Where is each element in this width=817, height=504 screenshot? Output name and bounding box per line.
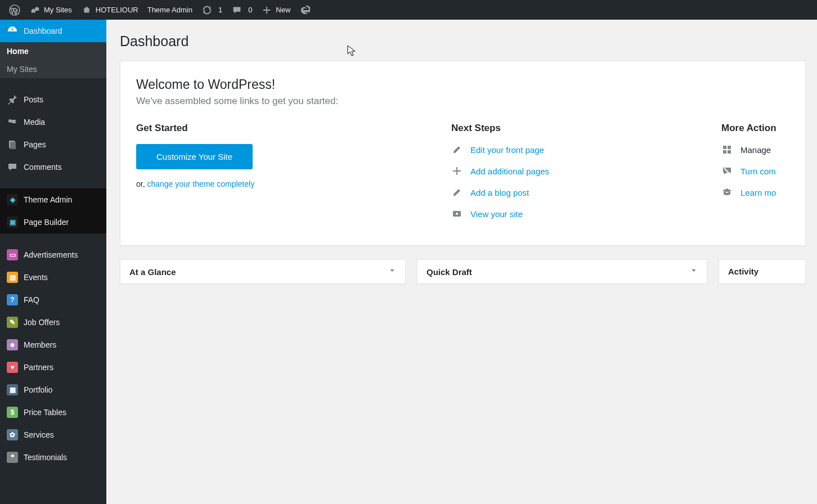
activity-header[interactable]: Activity	[719, 260, 805, 283]
sidebar-item-partners[interactable]: ♥Partners	[0, 356, 106, 379]
sidebar-item-media[interactable]: Media	[0, 111, 106, 133]
sidebar-item-label: Job Offers	[24, 318, 60, 327]
get-started-title: Get Started	[136, 123, 429, 134]
customize-site-button[interactable]: Customize Your Site	[136, 144, 253, 169]
wordpress-icon	[9, 4, 20, 16]
change-theme-line: or, change your theme completely	[136, 179, 429, 188]
sidebar-subitem-home[interactable]: Home	[0, 42, 106, 60]
quick-draft-header[interactable]: Quick Draft	[418, 260, 707, 284]
chevron-down-icon	[388, 267, 396, 277]
sidebar-item-label: Pages	[24, 140, 46, 149]
sidebar-separator	[0, 233, 106, 244]
sidebar-submenu-dashboard: Home My Sites	[0, 42, 106, 78]
more-actions-column: More Action Manage Turn com Learn mo	[721, 123, 789, 230]
sidebar-item-testimonials[interactable]: ❝Testimonials	[0, 446, 106, 469]
theme-admin-link[interactable]: Theme Admin	[143, 0, 197, 20]
comments-icon	[7, 161, 18, 173]
sidebar-item-label: Testimonials	[24, 453, 67, 462]
svg-rect-9	[728, 150, 731, 154]
sidebar-item-comments[interactable]: Comments	[0, 156, 106, 178]
sidebar-item-label: Comments	[24, 163, 62, 172]
sidebar-item-label: Partners	[24, 363, 53, 372]
sidebar-item-portfolio[interactable]: ▦Portfolio	[0, 379, 106, 401]
sidebar-item-label: Advertisements	[24, 250, 78, 259]
my-sites-label: My Sites	[44, 6, 72, 14]
my-sites-link[interactable]: My Sites	[25, 0, 77, 20]
sidebar-item-posts[interactable]: Posts	[0, 88, 106, 111]
svg-rect-7	[728, 146, 731, 149]
sidebar-item-advertisements[interactable]: ▭Advertisements	[0, 244, 106, 266]
sidebar-separator	[0, 178, 106, 188]
my-sites-icon	[29, 4, 41, 16]
dashboard-icon	[7, 25, 18, 37]
view-site-link[interactable]: View your site	[470, 209, 523, 219]
sidebar-item-price-tables[interactable]: $Price Tables	[0, 401, 106, 424]
sidebar-item-theme-admin[interactable]: ◆Theme Admin	[0, 188, 106, 211]
welcome-panel: Welcome to WordPress! We've assembled so…	[120, 61, 806, 246]
events-icon: ▤	[7, 272, 18, 283]
add-blog-post-link[interactable]: Add a blog post	[470, 188, 529, 197]
pages-icon	[7, 139, 18, 150]
svg-rect-3	[10, 142, 16, 149]
plus-icon	[261, 4, 272, 16]
edit-front-page-link[interactable]: Edit your front page	[470, 145, 544, 155]
dashboard-widgets-row: At a Glance Quick Draft Activity	[120, 259, 806, 284]
content-area: Dashboard Welcome to WordPress! We've as…	[106, 20, 817, 504]
update-icon	[201, 4, 213, 16]
edge-link[interactable]	[295, 0, 315, 20]
theme-admin-icon: ◆	[7, 194, 18, 205]
add-pages-link[interactable]: Add additional pages	[470, 166, 549, 176]
comments-link[interactable]: 0	[227, 0, 257, 20]
new-content-link[interactable]: New	[257, 0, 295, 20]
learn-more-link[interactable]: Learn mo	[740, 188, 776, 197]
faq-icon: ?	[7, 294, 18, 305]
theme-admin-label: Theme Admin	[147, 6, 192, 14]
sidebar-item-dashboard[interactable]: Dashboard	[0, 20, 106, 42]
sidebar-item-label: Posts	[24, 95, 43, 104]
sidebar-item-events[interactable]: ▤Events	[0, 266, 106, 289]
svg-rect-6	[723, 146, 726, 149]
sidebar-item-page-builder[interactable]: ▣Page Builder	[0, 211, 106, 233]
activity-title: Activity	[728, 267, 758, 276]
updates-link[interactable]: 1	[197, 0, 227, 20]
comment-icon	[231, 4, 243, 16]
media-icon	[7, 116, 18, 128]
sidebar-item-services[interactable]: ✿Services	[0, 424, 106, 446]
updates-count: 1	[218, 6, 222, 14]
sidebar-item-job-offers[interactable]: ✎Job Offers	[0, 311, 106, 334]
sidebar-item-pages[interactable]: Pages	[0, 133, 106, 156]
turn-comments-link[interactable]: Turn com	[740, 166, 776, 176]
pin-icon	[7, 94, 18, 105]
at-a-glance-panel: At a Glance	[120, 259, 406, 284]
testimonials-icon: ❝	[7, 452, 18, 463]
services-icon: ✿	[7, 429, 18, 440]
sidebar-item-label: Services	[24, 430, 54, 439]
at-a-glance-title: At a Glance	[129, 267, 176, 277]
sidebar-item-label: Price Tables	[24, 408, 66, 417]
sidebar-item-faq[interactable]: ?FAQ	[0, 289, 106, 311]
welcome-heading: Welcome to WordPress!	[136, 77, 789, 92]
site-name-link[interactable]: HOTELIOUR	[77, 0, 143, 20]
widgets-icon	[721, 144, 733, 155]
next-steps-title: Next Steps	[451, 123, 699, 134]
plus-icon	[451, 165, 463, 177]
activity-panel: Activity	[719, 259, 806, 284]
welcome-about: We've assembled some links to get you st…	[136, 96, 789, 107]
get-started-column: Get Started Customize Your Site or, chan…	[136, 123, 429, 230]
portfolio-icon: ▦	[7, 384, 18, 395]
comments-off-icon	[721, 165, 733, 177]
sidebar-item-members[interactable]: ☻Members	[0, 334, 106, 356]
manage-link[interactable]: Manage	[740, 145, 771, 155]
change-theme-link[interactable]: change your theme completely	[147, 179, 254, 188]
new-label: New	[276, 6, 290, 14]
svg-rect-8	[723, 150, 726, 154]
svg-point-1	[8, 119, 12, 123]
wp-logo-link[interactable]	[5, 0, 25, 20]
more-actions-title: More Action	[721, 123, 789, 134]
price-icon: $	[7, 407, 18, 418]
edge-icon	[299, 4, 311, 16]
quick-draft-panel: Quick Draft	[417, 259, 707, 284]
at-a-glance-header[interactable]: At a Glance	[120, 260, 405, 284]
members-icon: ☻	[7, 339, 18, 350]
sidebar-subitem-my-sites[interactable]: My Sites	[0, 60, 106, 78]
